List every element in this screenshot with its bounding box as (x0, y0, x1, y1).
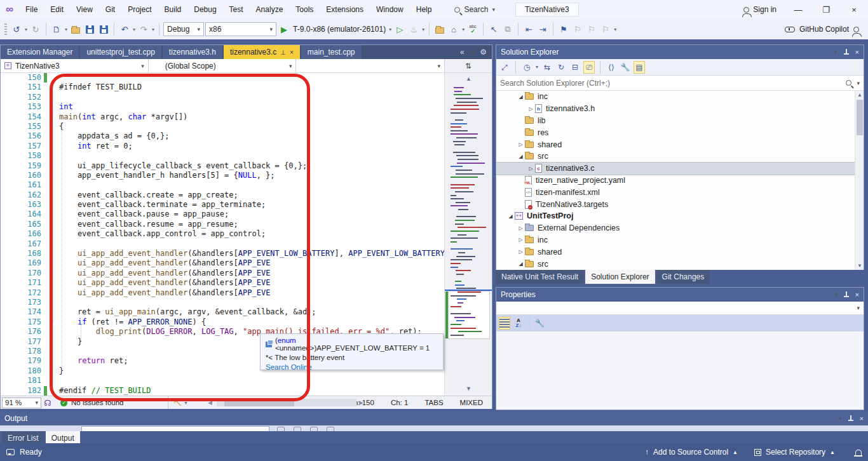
project-dropdown[interactable]: + TizenNative3 ▾ (1, 59, 149, 72)
output-icon-placeholder[interactable] (294, 427, 301, 431)
navigate-back-chevron-icon[interactable]: ▾ (24, 27, 28, 32)
menu-test[interactable]: Test (223, 0, 250, 19)
scroll-up-icon[interactable]: ▲ (445, 76, 492, 82)
minimize-button[interactable]: — (784, 0, 812, 19)
panel-tab-error-list[interactable]: Error List (2, 431, 44, 444)
feedback-bubble-icon[interactable] (6, 449, 15, 455)
document-health-indicator[interactable]: ✓ No issues found (60, 399, 123, 406)
redo-button[interactable]: ↷ (137, 22, 150, 37)
profiler-chevron-icon[interactable]: ▾ (421, 27, 425, 32)
sign-in-button[interactable]: Sign in (736, 5, 784, 14)
word-wrap-icon[interactable] (327, 427, 334, 431)
filter-chevron-icon[interactable]: ▾ (535, 64, 539, 70)
pin-icon[interactable]: ⊥ (280, 49, 286, 56)
pin-icon[interactable] (844, 291, 849, 298)
attach-button[interactable]: ⧉ (501, 22, 514, 37)
toggle-bookmark-button[interactable]: ⚑ (557, 22, 570, 37)
view-code-button[interactable]: ⟨⟩ (606, 61, 617, 74)
start-without-debugging-button[interactable]: ▷ (393, 22, 406, 37)
zoom-combobox[interactable]: 91 % ▾ (2, 398, 41, 408)
close-icon[interactable]: × (855, 291, 859, 298)
menu-edit[interactable]: Edit (44, 0, 70, 19)
menu-help[interactable]: Help (410, 0, 438, 19)
run-target-chevron-icon[interactable]: ▾ (388, 27, 392, 32)
start-debugging-button[interactable]: ▶ (278, 22, 290, 37)
save-all-button[interactable] (97, 22, 110, 37)
scope-dropdown[interactable]: (Global Scope) ▾ (149, 59, 297, 72)
collapsed-arrow-icon[interactable]: ▷ (517, 225, 525, 231)
menu-view[interactable]: View (70, 0, 99, 19)
member-dropdown[interactable]: ▾ (296, 59, 444, 72)
tool-tab-git-changes[interactable]: Git Changes (656, 270, 710, 284)
tree-item-tizen-manifest-xml[interactable]: </>tizen-manifest.xml (496, 186, 864, 198)
tree-item-unittestproj[interactable]: ◢++UnitTestProj (496, 210, 864, 222)
toolbar-grip[interactable] (4, 23, 7, 35)
solution-explorer-search[interactable]: Search Solution Explorer (Ctrl+;) ▾ (496, 76, 864, 91)
solution-explorer-chevron-icon[interactable]: ▾ (461, 27, 465, 32)
menu-tools[interactable]: Tools (289, 0, 320, 19)
maximize-button[interactable]: ❐ (812, 0, 840, 19)
scroll-up-icon[interactable]: ▲ (855, 92, 864, 98)
redo-chevron-icon[interactable]: ▾ (151, 27, 155, 32)
collapsed-arrow-icon[interactable]: ▷ (527, 166, 535, 171)
select-pointer-button[interactable]: ↖ (487, 22, 500, 37)
tool-tab-native-unit-test-result[interactable]: Native Unit Test Result (496, 270, 584, 284)
collapsed-arrow-icon[interactable]: ▷ (527, 106, 535, 112)
search-control[interactable]: Search ▾ (449, 2, 500, 17)
decrease-indent-button[interactable]: ⇤ (522, 22, 535, 37)
tree-item-tizennative3-c[interactable]: ▷ctizennative3.c (496, 163, 864, 175)
show-all-files-button[interactable]: ⎚ (583, 61, 595, 74)
tree-item-src[interactable]: ◢src (496, 150, 864, 163)
menu-debug[interactable]: Debug (187, 0, 222, 19)
pin-icon[interactable] (848, 415, 853, 422)
menu-window[interactable]: Window (370, 0, 410, 19)
switch-views-button[interactable]: ⤢ (499, 61, 510, 74)
save-button[interactable] (83, 22, 96, 37)
increase-indent-button[interactable]: ⇥ (536, 22, 549, 37)
open-file-button[interactable] (69, 22, 82, 37)
editor-tab-unittestproj-test-cpp[interactable]: unittestproj_test.cpp (80, 45, 161, 59)
alphabetical-button[interactable]: AZ↓ (513, 317, 524, 330)
solution-platform-combobox[interactable]: x86 ▾ (205, 22, 276, 36)
undo-button[interactable]: ↶ (118, 22, 131, 37)
tree-item-tizennative3-h[interactable]: ▷htizennative3.h (496, 103, 864, 115)
split-window-button[interactable]: ⇅ (444, 59, 492, 72)
fold-collapse-icon[interactable]: ∨ (50, 83, 54, 92)
close-button[interactable]: × (840, 0, 868, 19)
panel-tab-output[interactable]: Output (46, 431, 80, 444)
tree-item-tizennative3-targets[interactable]: −TizenNative3.targets (496, 198, 864, 210)
fold-collapse-icon[interactable]: ∨ (50, 317, 54, 327)
fold-collapse-icon[interactable]: ∨ (50, 112, 54, 122)
minimap-scrollbar[interactable]: ▲ ▼ (444, 73, 492, 396)
navigate-forward-button[interactable]: ↻ (29, 22, 42, 37)
scroll-down-icon[interactable]: ▼ (445, 385, 492, 392)
expanded-arrow-icon[interactable]: ◢ (517, 154, 525, 159)
expanded-arrow-icon[interactable]: ◢ (517, 94, 525, 100)
navigate-back-button[interactable]: ↺ (10, 22, 23, 37)
new-project-chevron-icon[interactable]: ▾ (64, 27, 68, 32)
tree-item-inc[interactable]: ◢inc (496, 91, 864, 103)
clear-all-icon[interactable] (310, 427, 318, 431)
collapse-all-button[interactable]: ⊟ (569, 61, 581, 74)
clear-bookmarks-button[interactable]: ⚐ (599, 22, 612, 37)
find-in-files-button[interactable] (433, 22, 446, 37)
spell-check-button[interactable]: abc✓ (466, 22, 479, 37)
scroll-right-icon[interactable]: ▶ (359, 399, 363, 406)
menu-analyze[interactable]: Analyze (250, 0, 290, 19)
sync-with-active-document-button[interactable]: ⇆ (541, 61, 553, 74)
notifications-bell-icon[interactable] (855, 450, 862, 455)
scroll-tabs-icon[interactable]: « (460, 48, 465, 57)
pin-icon[interactable] (844, 49, 849, 56)
close-icon[interactable]: × (290, 49, 294, 56)
scrollbar-thumb[interactable] (857, 100, 863, 135)
output-icon-placeholder[interactable] (277, 427, 285, 431)
tree-item-shared[interactable]: ▷shared (496, 246, 864, 258)
collapsed-arrow-icon[interactable]: ▷ (517, 249, 525, 255)
undo-chevron-icon[interactable]: ▾ (132, 27, 136, 32)
tree-item-external-dependencies[interactable]: ▷External Dependencies (496, 222, 864, 234)
refresh-button[interactable]: ↻ (555, 61, 567, 74)
scroll-left-icon[interactable]: ◀ (208, 399, 212, 406)
tool-tab-solution-explorer[interactable]: Solution Explorer (585, 270, 654, 284)
tree-item-res[interactable]: res (496, 126, 864, 138)
next-bookmark-button[interactable]: ⚐ (585, 22, 598, 37)
